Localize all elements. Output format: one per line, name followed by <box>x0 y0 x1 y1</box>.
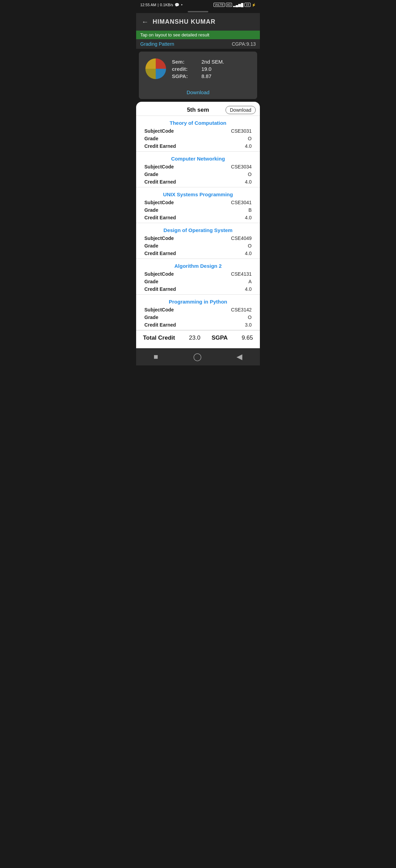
subject-credit-value-0: 4.0 <box>245 143 252 149</box>
sem-card[interactable]: Sem: 2nd SEM. credit: 19.0 SGPA: 8.87 Do… <box>139 52 257 99</box>
subject-code-label-3: SubjectCode <box>144 235 174 241</box>
subject-grade-value-0: O <box>248 136 252 141</box>
sgpa-value-footer: 9.65 <box>242 334 253 341</box>
subject-credit-label-0: Credit Earned <box>144 143 176 149</box>
subject-row-code-4: SubjectCode CSE4131 <box>136 270 260 278</box>
subject-row-code-0: SubjectCode CSE3031 <box>136 127 260 135</box>
status-network: | <box>157 3 158 7</box>
whatsapp-icon: 💬 <box>175 3 179 7</box>
subject-row-grade-4: Grade A <box>136 278 260 285</box>
subject-code-value-1: CSE3034 <box>231 164 252 169</box>
subject-name-1: Computer Networking <box>136 154 260 163</box>
sgpa-label-footer: SGPA <box>211 334 228 341</box>
subject-code-value-4: CSE4131 <box>231 271 252 277</box>
subject-section-5[interactable]: Programming in Python SubjectCode CSE314… <box>136 294 260 330</box>
total-credit-value: 23.0 <box>189 334 200 341</box>
nav-back-icon[interactable]: ◀ <box>236 352 242 361</box>
subject-credit-label-2: Credit Earned <box>144 215 176 220</box>
subject-name-2: UNIX Systems Programming <box>136 190 260 199</box>
signal-icon: ▂▄▆█ <box>233 3 243 7</box>
charging-icon: ⚡ <box>252 3 256 7</box>
sem-value: 2nd SEM. <box>201 59 224 65</box>
credit-label: credit: <box>172 66 196 72</box>
subject-credit-label-3: Credit Earned <box>144 251 176 256</box>
subject-section-1[interactable]: Computer Networking SubjectCode CSE3034 … <box>136 151 260 187</box>
modal-sheet: 5th sem Download Theory of Computation S… <box>136 102 260 348</box>
subject-code-value-5: CSE3142 <box>231 307 252 312</box>
subject-section-3[interactable]: Design of Operating System SubjectCode C… <box>136 223 260 259</box>
subject-row-credit-1: Credit Earned 4.0 <box>136 178 260 186</box>
subject-grade-value-4: A <box>249 279 252 284</box>
volte-icon: VoLTE <box>213 3 224 7</box>
cgpa-row: Grading Pattern CGPA:9.13 <box>136 39 260 49</box>
subject-grade-value-1: O <box>248 172 252 177</box>
subject-row-code-2: SubjectCode CSE3041 <box>136 199 260 206</box>
subject-row-grade-2: Grade B <box>136 206 260 214</box>
subject-grade-label-1: Grade <box>144 172 158 177</box>
subject-row-credit-2: Credit Earned 4.0 <box>136 214 260 221</box>
subject-row-grade-0: Grade O <box>136 135 260 142</box>
subject-code-value-3: CSE4049 <box>231 235 252 241</box>
subject-credit-label-1: Credit Earned <box>144 179 176 185</box>
status-right: VoLTE 4G ▂▄▆█ 15 ⚡ <box>213 3 256 7</box>
download-link-bg[interactable]: Download <box>187 89 210 95</box>
subject-row-credit-4: Credit Earned 4.0 <box>136 285 260 293</box>
back-button[interactable]: ← <box>142 18 148 26</box>
subject-grade-label-2: Grade <box>144 207 158 213</box>
download-button-modal[interactable]: Download <box>226 106 256 114</box>
subject-grade-value-3: O <box>248 243 252 249</box>
grading-pattern-link[interactable]: Grading Pattern <box>140 41 174 47</box>
pie-chart <box>144 57 168 81</box>
subject-grade-value-5: O <box>248 315 252 320</box>
subject-section-2[interactable]: UNIX Systems Programming SubjectCode CSE… <box>136 187 260 223</box>
subject-row-code-3: SubjectCode CSE4049 <box>136 234 260 242</box>
subject-code-label-2: SubjectCode <box>144 200 174 205</box>
subject-name-3: Design of Operating System <box>136 226 260 234</box>
nav-circle-icon[interactable]: ◯ <box>193 352 202 361</box>
subject-code-label-0: SubjectCode <box>144 128 174 134</box>
subject-section-4[interactable]: Algorithm Design 2 SubjectCode CSE4131 G… <box>136 259 260 294</box>
subject-name-0: Theory of Computation <box>136 119 260 127</box>
subject-row-credit-0: Credit Earned 4.0 <box>136 142 260 150</box>
subject-row-grade-5: Grade O <box>136 314 260 321</box>
top-handle <box>136 10 260 13</box>
subject-credit-value-3: 4.0 <box>245 251 252 256</box>
nav-square-icon[interactable]: ■ <box>154 352 158 361</box>
subject-code-value-0: CSE3031 <box>231 128 252 134</box>
sem-label: Sem: <box>172 59 196 65</box>
subject-credit-value-1: 4.0 <box>245 179 252 185</box>
download-section-bg[interactable]: Download <box>139 86 257 99</box>
status-bar: 12:55 AM | 0.1KB/s 💬 ‣ VoLTE 4G ▂▄▆█ 15 … <box>136 0 260 10</box>
subject-code-label-5: SubjectCode <box>144 307 174 312</box>
subject-row-grade-1: Grade O <box>136 171 260 178</box>
subject-row-credit-3: Credit Earned 4.0 <box>136 250 260 257</box>
subject-grade-label-4: Grade <box>144 279 158 284</box>
modal-header: 5th sem Download <box>136 102 260 116</box>
bottom-nav: ■ ◯ ◀ <box>136 348 260 365</box>
subject-grade-label-5: Grade <box>144 315 158 320</box>
status-time: 12:55 AM <box>140 3 156 7</box>
subject-credit-value-2: 4.0 <box>245 215 252 220</box>
header-title: HIMANSHU KUMAR <box>153 18 216 25</box>
status-left: 12:55 AM | 0.1KB/s 💬 ‣ <box>140 3 183 7</box>
subject-section-0[interactable]: Theory of Computation SubjectCode CSE303… <box>136 116 260 151</box>
subject-code-value-2: CSE3041 <box>231 200 252 205</box>
sgpa-label-bg: SGPA: <box>172 73 196 79</box>
modal-title: 5th sem <box>187 107 209 113</box>
status-speed: 0.1KB/s <box>160 3 173 7</box>
subject-name-4: Algorithm Design 2 <box>136 262 260 270</box>
total-credit-label: Total Credit <box>143 334 175 341</box>
total-footer: Total Credit 23.0 SGPA 9.65 <box>136 330 260 345</box>
cgpa-value: CGPA:9.13 <box>232 41 256 47</box>
subject-credit-label-5: Credit Earned <box>144 322 176 328</box>
network-type: 4G <box>226 3 232 7</box>
subject-credit-value-5: 3.0 <box>245 322 252 328</box>
credit-value: 19.0 <box>201 66 211 72</box>
subject-grade-label-0: Grade <box>144 136 158 141</box>
subject-grade-value-2: B <box>249 207 252 213</box>
subject-code-label-1: SubjectCode <box>144 164 174 169</box>
app-header: ← HIMANSHU KUMAR <box>136 13 260 31</box>
tap-banner[interactable]: Tap on layout to see detailed result <box>136 31 260 39</box>
subject-name-5: Programming in Python <box>136 297 260 306</box>
subject-credit-value-4: 4.0 <box>245 286 252 292</box>
